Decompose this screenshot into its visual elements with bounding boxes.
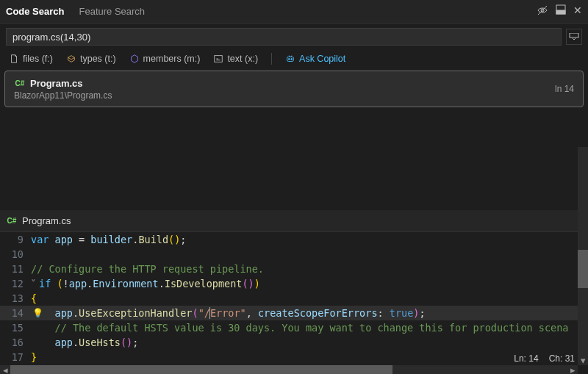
filter-types-label: types (t:) — [80, 54, 116, 64]
line-number: 12 — [0, 276, 31, 291]
horizontal-scroll-thumb[interactable] — [10, 365, 392, 374]
editor-tab-row: C# Program.cs — [0, 210, 588, 232]
lightbulb-icon[interactable]: 💡 — [32, 306, 43, 320]
line-number: 11 — [0, 262, 31, 276]
line-number: 14 — [0, 306, 31, 320]
line-number: 17 — [0, 350, 31, 364]
close-icon[interactable]: ✕ — [573, 4, 582, 18]
title-tab-bar: Code Search Feature Search ✕ — [0, 0, 588, 24]
filter-text[interactable]: text (x:) — [213, 54, 258, 64]
filter-members[interactable]: members (m:) — [129, 54, 201, 64]
filter-row: files (f:) types (t:) members (m:) text … — [0, 50, 588, 71]
line-number: 9 — [0, 232, 31, 247]
csharp-icon: C# — [14, 77, 26, 89]
search-row — [0, 24, 588, 50]
svg-rect-4 — [570, 33, 578, 37]
svg-point-7 — [288, 59, 290, 60]
ask-copilot[interactable]: Ask Copilot — [285, 54, 345, 64]
scroll-left-arrow-icon[interactable]: ◂ — [0, 364, 10, 375]
line-number: 13 — [0, 291, 31, 306]
line-number: 10 — [0, 247, 31, 262]
filter-separator — [271, 53, 272, 65]
svg-rect-3 — [556, 10, 565, 14]
result-filename: Program.cs — [30, 78, 83, 89]
vertical-scroll-thumb[interactable] — [578, 250, 588, 288]
search-result-item[interactable]: C# Program.cs BlazorApp11\Program.cs ln … — [4, 71, 584, 107]
status-bar: Ln: 14 Ch: 31 — [514, 353, 575, 364]
line-number: 16 — [0, 335, 31, 350]
filter-members-label: members (m:) — [143, 54, 201, 64]
svg-line-1 — [538, 6, 547, 15]
csharp-icon: C# — [6, 215, 18, 227]
search-input[interactable] — [6, 28, 562, 46]
svg-point-8 — [291, 59, 293, 60]
status-line: Ln: 14 — [514, 353, 538, 364]
scroll-right-arrow-icon[interactable]: ▸ — [567, 364, 578, 375]
preview-toggle-icon[interactable] — [537, 4, 548, 18]
dock-icon[interactable] — [556, 4, 566, 18]
filter-types[interactable]: types (t:) — [66, 54, 116, 64]
result-line-info: ln 14 — [555, 84, 574, 94]
search-dropdown-icon[interactable] — [566, 29, 582, 45]
result-path: BlazorApp11\Program.cs — [14, 90, 112, 101]
code-preview[interactable]: 9var app = builder.Build(); 10 11// Conf… — [0, 232, 588, 374]
horizontal-scrollbar[interactable]: ◂ ▸ — [0, 365, 578, 374]
editor-tab-filename[interactable]: Program.cs — [22, 215, 71, 226]
scroll-down-arrow-icon[interactable]: ▾ — [578, 355, 588, 365]
ask-copilot-label: Ask Copilot — [299, 54, 345, 64]
title-icons: ✕ — [537, 4, 588, 18]
filter-files[interactable]: files (f:) — [9, 54, 53, 64]
status-col: Ch: 31 — [549, 353, 575, 364]
filter-text-label: text (x:) — [227, 54, 258, 64]
tab-code-search[interactable]: Code Search — [6, 1, 64, 21]
line-number: 15 — [0, 320, 31, 335]
tab-feature-search[interactable]: Feature Search — [79, 1, 145, 21]
filter-files-label: files (f:) — [23, 54, 53, 64]
